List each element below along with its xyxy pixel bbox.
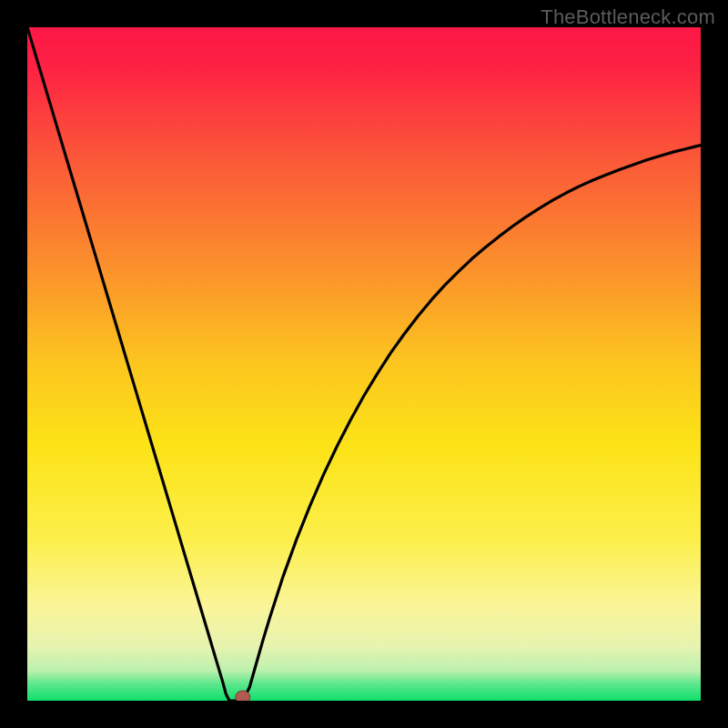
plot-area (27, 27, 701, 701)
chart-svg (27, 27, 701, 701)
watermark-text: TheBottleneck.com (541, 5, 715, 29)
chart-frame: TheBottleneck.com (0, 0, 728, 728)
optimum-marker (236, 691, 250, 701)
